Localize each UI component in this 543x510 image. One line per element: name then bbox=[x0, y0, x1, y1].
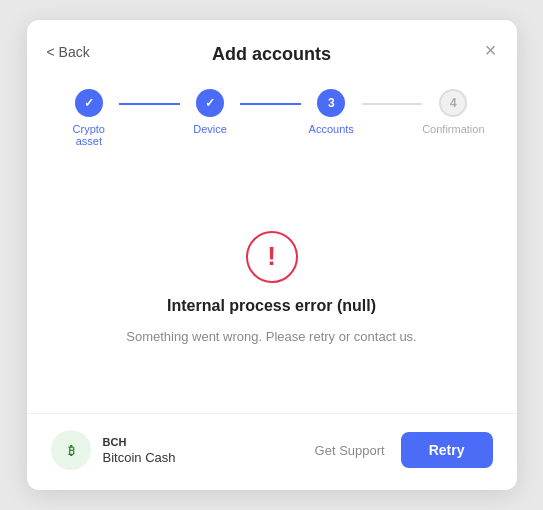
asset-ticker: BCH bbox=[103, 436, 176, 448]
stepper: Crypto asset Device 3 Accounts 4 Confirm… bbox=[27, 81, 517, 171]
add-accounts-modal: < Back Add accounts × Crypto asset Devic… bbox=[27, 20, 517, 490]
checkmark-2 bbox=[205, 96, 215, 110]
step-accounts: 3 Accounts bbox=[301, 89, 362, 135]
asset-name: Bitcoin Cash bbox=[103, 450, 176, 465]
step-label-1: Crypto asset bbox=[59, 123, 120, 147]
modal-footer: ₿ BCH Bitcoin Cash Get Support Retry bbox=[27, 413, 517, 490]
error-description: Something went wrong. Please retry or co… bbox=[126, 329, 416, 344]
error-section: ! Internal process error (null) Somethin… bbox=[27, 171, 517, 413]
modal-title: Add accounts bbox=[212, 44, 331, 65]
close-button[interactable]: × bbox=[485, 40, 497, 60]
modal-header: < Back Add accounts × bbox=[27, 20, 517, 81]
footer-actions: Get Support Retry bbox=[315, 432, 493, 468]
error-icon: ! bbox=[246, 231, 298, 283]
asset-info: ₿ BCH Bitcoin Cash bbox=[51, 430, 176, 470]
retry-button[interactable]: Retry bbox=[401, 432, 493, 468]
step-circle-4: 4 bbox=[439, 89, 467, 117]
checkmark-1 bbox=[84, 96, 94, 110]
connector-3 bbox=[362, 103, 423, 105]
step-label-4: Confirmation bbox=[422, 123, 484, 135]
asset-details: BCH Bitcoin Cash bbox=[103, 436, 176, 465]
step-confirmation: 4 Confirmation bbox=[422, 89, 484, 135]
step-device: Device bbox=[180, 89, 241, 135]
svg-text:₿: ₿ bbox=[67, 444, 74, 458]
back-button[interactable]: < Back bbox=[47, 44, 90, 60]
step-circle-1 bbox=[75, 89, 103, 117]
get-support-button[interactable]: Get Support bbox=[315, 443, 385, 458]
asset-icon: ₿ bbox=[51, 430, 91, 470]
connector-2 bbox=[240, 103, 301, 105]
error-title: Internal process error (null) bbox=[167, 297, 376, 315]
connector-1 bbox=[119, 103, 180, 105]
step-crypto-asset: Crypto asset bbox=[59, 89, 120, 147]
step-label-3: Accounts bbox=[309, 123, 354, 135]
step-circle-2 bbox=[196, 89, 224, 117]
step-circle-3: 3 bbox=[317, 89, 345, 117]
step-label-2: Device bbox=[193, 123, 227, 135]
